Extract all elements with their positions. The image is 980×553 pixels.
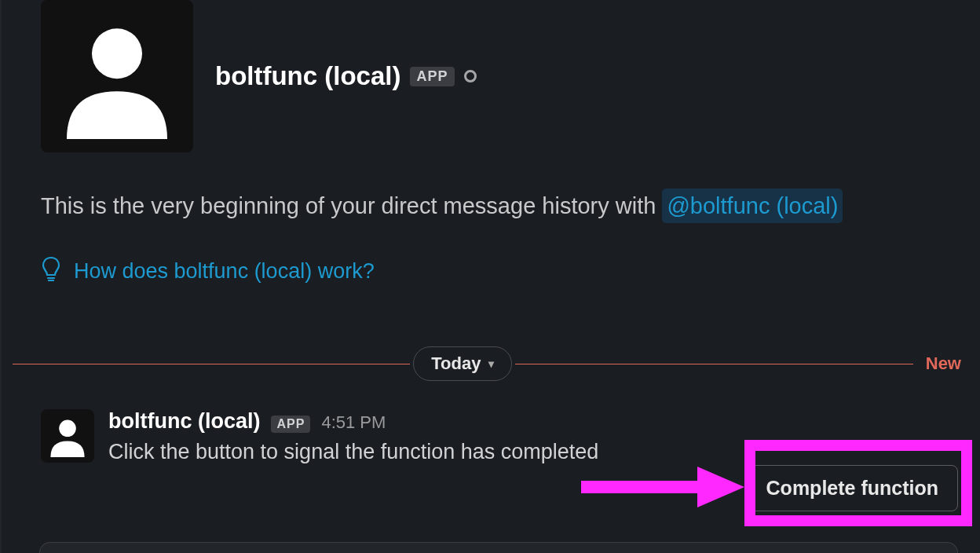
divider-line-left (13, 364, 410, 364)
lightbulb-icon (41, 256, 61, 287)
intro-mention[interactable]: @boltfunc (local) (662, 189, 843, 223)
intro-prefix: This is the very beginning of your direc… (41, 193, 662, 218)
intro-text: This is the very beginning of your direc… (41, 189, 952, 223)
help-link[interactable]: How does boltfunc (local) work? (74, 259, 375, 284)
app-badge: APP (410, 67, 454, 86)
svg-point-0 (92, 28, 142, 79)
date-divider: Today ▾ New (13, 346, 980, 381)
message-app-badge: APP (271, 416, 310, 433)
date-divider-label: Today (431, 353, 481, 374)
message-row: boltfunc (local) APP 4:51 PM Click the b… (13, 381, 980, 472)
profile-name: boltfunc (local) (215, 61, 400, 91)
person-silhouette-icon (46, 415, 89, 457)
message-avatar[interactable] (41, 409, 94, 463)
chevron-down-icon: ▾ (488, 357, 494, 370)
annotation-arrow-icon (581, 467, 746, 507)
person-silhouette-icon (54, 13, 180, 139)
profile-avatar-large[interactable] (41, 0, 193, 152)
message-input[interactable] (39, 542, 958, 553)
presence-indicator-icon (464, 70, 477, 82)
message-timestamp: 4:51 PM (321, 412, 386, 433)
svg-point-3 (59, 420, 76, 438)
new-messages-label: New (913, 353, 980, 374)
message-username[interactable]: boltfunc (local) (108, 409, 260, 434)
message-text: Click the button to signal the function … (108, 440, 952, 464)
complete-function-button[interactable]: Complete function (747, 465, 958, 511)
svg-rect-4 (581, 481, 699, 493)
divider-line-right (515, 364, 912, 364)
date-divider-pill[interactable]: Today ▾ (413, 346, 512, 381)
svg-marker-5 (697, 467, 744, 507)
